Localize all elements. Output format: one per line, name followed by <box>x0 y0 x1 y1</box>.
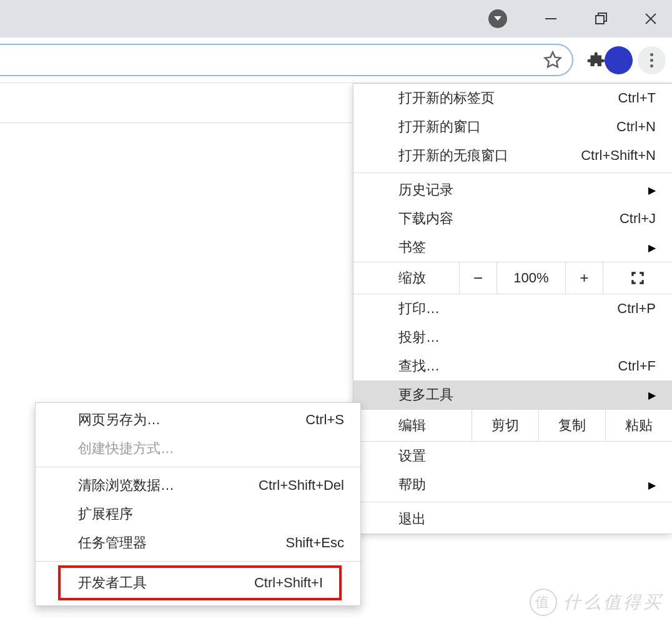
menu-label: 打印… <box>398 299 440 318</box>
zoom-row: 缩放 − 100% + <box>353 262 672 294</box>
menu-downloads[interactable]: 下载内容 Ctrl+J <box>353 204 672 233</box>
submenu-developer-tools[interactable]: 开发者工具 Ctrl+Shift+I <box>58 565 342 600</box>
menu-label: 帮助 <box>398 475 426 494</box>
submenu-save-as[interactable]: 网页另存为… Ctrl+S <box>36 405 360 434</box>
submenu-arrow-icon: ▶ <box>648 184 656 196</box>
submenu-label: 开发者工具 <box>78 574 147 592</box>
menu-new-window[interactable]: 打开新的窗口 Ctrl+N <box>353 112 672 141</box>
submenu-arrow-icon: ▶ <box>648 479 656 491</box>
zoom-label: 缩放 <box>353 262 460 294</box>
submenu-label: 清除浏览数据… <box>78 476 174 495</box>
main-menu-button[interactable] <box>638 46 666 74</box>
edit-cut-button[interactable]: 剪切 <box>472 410 539 441</box>
menu-separator <box>353 502 672 502</box>
submenu-label: 扩展程序 <box>78 505 133 524</box>
watermark-text: 什么值得买 <box>563 590 663 614</box>
submenu-separator <box>36 467 360 467</box>
edit-paste-button[interactable]: 粘贴 <box>606 410 672 441</box>
profile-avatar[interactable] <box>605 46 633 74</box>
menu-label: 投射… <box>398 328 440 347</box>
submenu-shortcut: Shift+Esc <box>285 535 344 551</box>
menu-separator <box>353 172 672 173</box>
menu-label: 查找… <box>398 357 440 375</box>
submenu-separator <box>36 561 360 562</box>
submenu-task-manager[interactable]: 任务管理器 Shift+Esc <box>36 529 360 557</box>
menu-label: 历史记录 <box>398 181 453 199</box>
menu-label: 下载内容 <box>398 209 453 228</box>
menu-shortcut: Ctrl+Shift+N <box>581 147 656 164</box>
menu-shortcut: Ctrl+J <box>620 211 656 227</box>
submenu-label: 网页另存为… <box>78 410 161 429</box>
menu-more-tools[interactable]: 更多工具 ▶ <box>353 380 672 409</box>
submenu-arrow-icon: ▶ <box>648 242 656 254</box>
tab-dropdown-icon[interactable] <box>488 9 507 28</box>
submenu-create-shortcut: 创建快捷方式… <box>36 434 360 463</box>
maximize-button[interactable] <box>588 6 613 31</box>
menu-label: 退出 <box>398 510 426 529</box>
content-divider <box>0 122 353 123</box>
extensions-icon[interactable] <box>586 51 605 69</box>
submenu-extensions[interactable]: 扩展程序 <box>36 500 360 529</box>
more-tools-submenu: 网页另存为… Ctrl+S 创建快捷方式… 清除浏览数据… Ctrl+Shift… <box>35 402 361 606</box>
menu-shortcut: Ctrl+P <box>617 301 656 317</box>
menu-help[interactable]: 帮助 ▶ <box>353 470 672 499</box>
svg-rect-1 <box>596 16 604 24</box>
menu-exit[interactable]: 退出 <box>353 505 672 534</box>
menu-label: 书签 <box>398 238 426 257</box>
tab-strip <box>0 0 672 37</box>
submenu-shortcut: Ctrl+S <box>305 412 344 428</box>
submenu-arrow-icon: ▶ <box>648 389 656 401</box>
edit-row: 编辑 剪切 复制 粘贴 <box>353 409 672 442</box>
minimize-button[interactable] <box>538 6 563 31</box>
submenu-label: 任务管理器 <box>78 534 147 552</box>
menu-shortcut: Ctrl+F <box>618 358 656 374</box>
menu-bookmarks[interactable]: 书签 ▶ <box>353 233 672 262</box>
menu-history[interactable]: 历史记录 ▶ <box>353 176 672 204</box>
menu-find[interactable]: 查找… Ctrl+F <box>353 352 672 380</box>
browser-toolbar <box>0 37 672 83</box>
menu-new-tab[interactable]: 打开新的标签页 Ctrl+T <box>353 84 672 112</box>
address-bar[interactable] <box>0 44 573 76</box>
menu-label: 更多工具 <box>398 385 453 404</box>
fullscreen-icon <box>630 270 646 286</box>
menu-label: 打开新的无痕窗口 <box>398 146 508 165</box>
zoom-out-button[interactable]: − <box>460 262 497 294</box>
main-menu: 打开新的标签页 Ctrl+T 打开新的窗口 Ctrl+N 打开新的无痕窗口 Ct… <box>353 83 672 534</box>
submenu-clear-data[interactable]: 清除浏览数据… Ctrl+Shift+Del <box>36 471 360 500</box>
menu-shortcut: Ctrl+N <box>616 119 656 135</box>
menu-settings[interactable]: 设置 <box>353 442 672 470</box>
close-button[interactable] <box>638 6 663 31</box>
fullscreen-button[interactable] <box>603 262 672 294</box>
zoom-level: 100% <box>497 262 566 294</box>
submenu-label: 创建快捷方式… <box>78 439 174 458</box>
bookmark-star-icon[interactable] <box>543 51 562 69</box>
watermark-icon: 值 <box>530 589 557 616</box>
menu-label: 打开新的标签页 <box>398 89 495 107</box>
watermark: 值 什么值得买 <box>530 589 663 616</box>
edit-copy-button[interactable]: 复制 <box>539 410 606 441</box>
submenu-shortcut: Ctrl+Shift+Del <box>259 477 344 494</box>
svg-rect-0 <box>545 18 556 19</box>
menu-label: 打开新的窗口 <box>398 117 481 136</box>
zoom-in-button[interactable]: + <box>566 262 603 294</box>
menu-cast[interactable]: 投射… <box>353 323 672 352</box>
menu-label: 设置 <box>398 447 426 465</box>
menu-print[interactable]: 打印… Ctrl+P <box>353 294 672 323</box>
menu-shortcut: Ctrl+T <box>618 90 656 106</box>
menu-new-incognito[interactable]: 打开新的无痕窗口 Ctrl+Shift+N <box>353 141 672 170</box>
edit-label: 编辑 <box>353 410 472 441</box>
submenu-shortcut: Ctrl+Shift+I <box>254 575 323 591</box>
